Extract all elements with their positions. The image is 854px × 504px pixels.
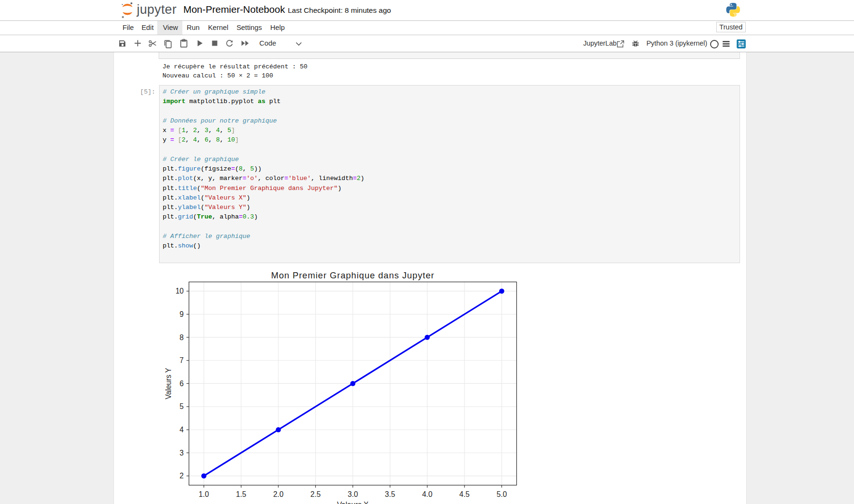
svg-text:7: 7 [180,356,184,364]
svg-text:2: 2 [180,472,184,480]
svg-text:1.0: 1.0 [199,490,209,498]
svg-text:4.0: 4.0 [422,490,433,498]
svg-text:3: 3 [180,449,184,457]
svg-text:Valeurs Y: Valeurs Y [164,368,172,399]
svg-text:10: 10 [175,287,184,295]
svg-text:2.0: 2.0 [273,490,284,498]
svg-text:Valeurs X: Valeurs X [337,501,369,504]
svg-text:5.0: 5.0 [496,490,507,498]
svg-text:2.5: 2.5 [311,490,321,498]
svg-text:3.5: 3.5 [385,490,395,498]
svg-text:4.5: 4.5 [459,490,470,498]
svg-text:6: 6 [180,380,184,388]
svg-text:9: 9 [180,310,184,318]
svg-text:5: 5 [180,402,184,410]
svg-text:8: 8 [180,333,184,342]
svg-text:4: 4 [180,426,184,434]
svg-text:Mon Premier Graphique dans Jup: Mon Premier Graphique dans Jupyter [271,270,435,280]
svg-text:1.5: 1.5 [236,490,247,498]
svg-text:3.0: 3.0 [348,490,358,498]
